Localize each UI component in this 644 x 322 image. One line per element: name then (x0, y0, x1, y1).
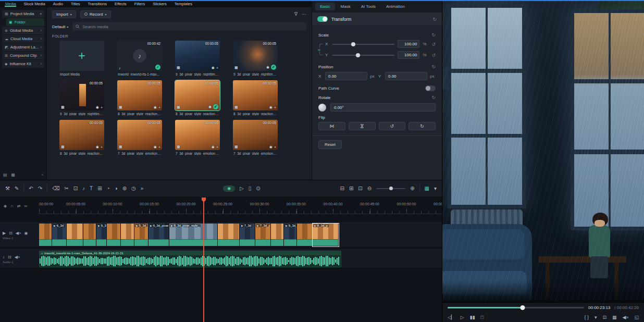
rotate-reset-icon[interactable]: ↻ (431, 95, 436, 100)
timeline-clip[interactable]: ▶6_3d (52, 224, 67, 246)
timeline-clip[interactable] (107, 224, 121, 246)
media-item[interactable]: 00:00:05▦◉+ 8_3d_pixar_style_reaction_cl… (59, 120, 104, 155)
more-tools-icon[interactable]: » (141, 186, 144, 191)
timeline-clip[interactable]: ▶6_3d_pixar (148, 224, 169, 246)
timeline-clip[interactable]: ▶9_3d (96, 224, 107, 246)
track-header-video-1[interactable]: ▶⊟◀»◉ Video 1 (0, 222, 39, 247)
rotate-clockwise-button[interactable]: ↻ (408, 122, 436, 130)
menu-templates[interactable]: Templates (174, 1, 193, 7)
timeline-clip[interactable]: ▶8_3d_p (313, 224, 339, 246)
position-reset-icon[interactable]: ↻ (431, 64, 436, 69)
reset-button[interactable]: Reset (318, 140, 342, 149)
sidebar-item-cloud-media[interactable]: ☁ Cloud Media › (2, 35, 44, 43)
timeline-clip[interactable] (67, 224, 83, 246)
transform-toggle[interactable] (317, 16, 328, 22)
timeline-clip[interactable] (271, 224, 284, 246)
zoom-in-icon[interactable]: ⊕ (410, 186, 414, 191)
timeline-ruler[interactable]: 00:00:0000:00:05:0000:00:10:0000:00:15:0… (39, 197, 442, 214)
preview-eye-icon[interactable]: ◉ (208, 105, 212, 109)
snapshot-icon[interactable]: ⊡ (358, 186, 362, 191)
media-thumbnail[interactable]: 00:00:05▦◉✓ (175, 80, 220, 110)
search-box[interactable] (72, 22, 306, 31)
transform-reset-icon[interactable]: ↻ (432, 17, 437, 22)
mute-track-icon[interactable]: ◀» (16, 231, 21, 236)
toolbox-icon[interactable]: ⚒ (5, 186, 10, 191)
previous-frame-button[interactable]: ◁▏ (448, 315, 455, 320)
scale-reset-icon[interactable]: ↻ (431, 32, 436, 38)
media-thumbnail[interactable]: 00:00:05▦◉+ (117, 120, 162, 150)
preview-eye-icon[interactable]: ◉ (154, 145, 157, 149)
add-marker-icon[interactable]: ⊞ (349, 186, 353, 191)
undo-icon[interactable]: ↶ (29, 186, 33, 191)
snap-magnet-icon[interactable]: ∩ (10, 204, 14, 208)
list-view-icon[interactable]: ▤ (3, 172, 7, 177)
scale-y-keyframe-icon[interactable]: ↺ (431, 53, 436, 58)
timeline-clip[interactable]: ▶7_3d (240, 224, 255, 246)
preview-eye-icon[interactable]: ◉ (212, 66, 215, 70)
menu-filters[interactable]: Filters (134, 1, 145, 7)
scale-y-value[interactable]: 100.00 (398, 51, 419, 59)
preview-eye-icon[interactable]: ◉ (96, 105, 99, 109)
crop-icon[interactable]: ⊡ (73, 186, 78, 191)
delete-icon[interactable]: ⌫ (52, 186, 59, 191)
media-thumbnail[interactable]: 00:00:05▦◉+ (233, 80, 278, 110)
tab-mask[interactable]: Mask (336, 3, 355, 10)
media-item[interactable]: 00:00:05▦◉+ 7_3d_pixar_style_emotional_.… (233, 120, 278, 155)
media-thumbnail[interactable]: 00:00:05▦◉+ (233, 120, 278, 150)
tab-ai-tools[interactable]: AI Tools (356, 3, 380, 10)
sidebar-item-influence-kit[interactable]: ◆ Influence Kit › (2, 60, 44, 68)
menu-media[interactable]: Media (5, 1, 16, 7)
audio-clip[interactable]: ♪ Inworld_inworld-tts-1-max_Debora_41-36… (39, 251, 341, 267)
scale-x-keyframe-icon[interactable]: ↺ (431, 42, 436, 47)
zoom-out-icon[interactable]: ⊖ (367, 186, 371, 191)
track-folder-icon[interactable]: ⊟ (8, 255, 11, 259)
preview-eye-icon[interactable]: ◉ (96, 145, 99, 149)
media-thumbnail[interactable]: 00:00:05▦◉+ (59, 80, 104, 110)
add-to-timeline-icon[interactable]: + (216, 66, 218, 70)
media-thumbnail[interactable]: ♪00:00:42♪✓ (117, 41, 162, 71)
add-to-timeline-icon[interactable]: + (101, 145, 103, 149)
media-item[interactable]: 00:00:05▦◉✓ 8_3d_pixar_style_reaction_cl… (175, 80, 220, 116)
menu-transitions[interactable]: Transitions (88, 1, 107, 7)
path-curve-toggle[interactable] (425, 85, 436, 91)
timeline-clip[interactable]: ▶6_3d_pixar_style_ (169, 224, 218, 246)
timeline-clip[interactable] (39, 224, 52, 246)
stop-button[interactable]: □ (481, 315, 484, 320)
scale-x-slider[interactable] (332, 42, 394, 47)
more-options-icon[interactable]: ⋯ (302, 11, 306, 17)
text-icon[interactable]: T (90, 186, 93, 191)
grid-overlay-button[interactable]: ▦ (612, 315, 617, 320)
snapshot-button[interactable]: ⊡ (602, 315, 606, 320)
speed-icon[interactable]: ◔ (107, 186, 110, 191)
flip-horizontal-button[interactable]: ⋈ (318, 122, 345, 130)
seek-handle[interactable] (521, 305, 525, 310)
timeline-clip[interactable] (121, 224, 134, 246)
collapse-sidebar-icon[interactable]: ‹ (42, 172, 43, 177)
media-thumbnail[interactable]: + (59, 41, 104, 71)
menu-titles[interactable]: Titles (70, 1, 81, 7)
media-thumbnail[interactable]: 00:00:05▦◉+ (175, 120, 220, 150)
folder-view-icon[interactable]: ▦ (11, 172, 16, 177)
media-thumbnail[interactable]: 00:00:05▦◉+ (117, 80, 162, 110)
menu-stickers[interactable]: Stickers (152, 1, 167, 7)
sidebar-item-folder[interactable]: ▣ Folder (6, 18, 44, 26)
media-thumbnail[interactable]: 00:00:05▦◉+ (175, 41, 220, 71)
record-button[interactable]: Record ▾ (80, 10, 111, 18)
timeline-zoom-slider[interactable] (376, 186, 405, 191)
rotate-input[interactable]: 0.00° (330, 103, 436, 112)
scale-x-value[interactable]: 100.00 (398, 40, 419, 48)
playhead[interactable] (203, 197, 204, 322)
audio-mixer-icon[interactable]: ⊟ (340, 186, 344, 191)
add-to-timeline-icon[interactable]: + (101, 106, 103, 109)
sidebar-item-adjustment-la[interactable]: ◩ Adjustment La... › (2, 43, 44, 51)
flip-vertical-button[interactable]: ⋈ (349, 122, 376, 130)
sort-dropdown[interactable]: Default ▾ (52, 24, 68, 29)
preview-video[interactable] (442, 1, 644, 302)
track-header-audio-1[interactable]: ♪⊟◀» Audio 1 (0, 250, 39, 268)
volume-button[interactable]: ◀» (623, 315, 629, 320)
redo-icon[interactable]: ↷ (38, 186, 42, 191)
video-track-type-icon[interactable]: ▶ (3, 231, 6, 236)
music-beat-icon[interactable]: ♪ (82, 186, 85, 191)
tab-animation[interactable]: Animation (381, 3, 410, 10)
position-y-input[interactable]: 0.00 (385, 72, 427, 80)
